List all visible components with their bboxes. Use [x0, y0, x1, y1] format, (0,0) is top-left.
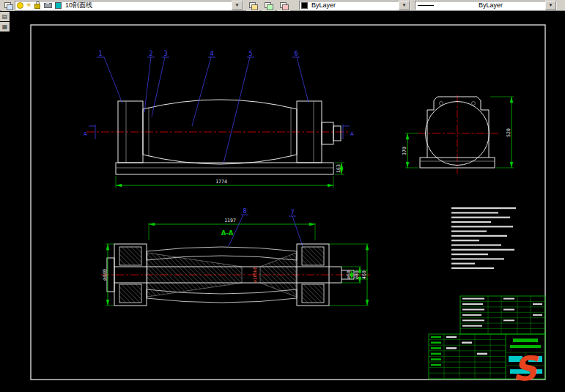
linetype-dropdown-arrow[interactable]: ▼	[545, 1, 556, 10]
layer-dropdown[interactable]: ☀ 10剖面线 ▼	[15, 1, 243, 10]
color-value: ByLayer	[309, 1, 338, 10]
dim-end-height: 520	[506, 128, 512, 137]
plot-icon[interactable]	[44, 3, 52, 8]
layer-previous-icon	[265, 2, 272, 9]
watermark-logo: S	[512, 349, 539, 388]
color-swatch	[301, 2, 308, 9]
dim-stub-dia-2: ∅80	[354, 270, 360, 279]
layer-states-button[interactable]	[277, 0, 290, 11]
dim-overall-length: 1774	[215, 179, 227, 185]
make-current-icon	[249, 2, 256, 9]
callout-8: 8	[243, 208, 246, 215]
part-callouts: 1 2 3 4 5 6	[97, 51, 309, 163]
linetype-value: ByLayer	[436, 1, 545, 10]
callout-7: 7	[290, 210, 294, 216]
callout-6: 6	[294, 51, 298, 57]
technical-requirements-block	[451, 207, 516, 269]
linetype-dropdown[interactable]: ByLayer ▼	[415, 1, 557, 10]
layers-properties-toolbar: ☀ 10剖面线 ▼ ByLayer ▼ ByLayer ▼	[0, 0, 565, 11]
layer-previous-button[interactable]	[262, 0, 275, 11]
dim-base-height: 163	[336, 164, 341, 173]
callout-3: 3	[163, 51, 167, 57]
callout-2: 2	[149, 51, 152, 57]
callout-5: 5	[248, 51, 252, 57]
lock-icon[interactable]	[34, 4, 40, 9]
make-object-layer-current-button[interactable]	[246, 0, 259, 11]
dim-end-width: 370	[402, 147, 407, 155]
side-toolbar-button-2[interactable]: ▦	[0, 22, 10, 32]
cut-label-right: A	[350, 131, 354, 137]
linetype-sample	[418, 5, 434, 6]
callout-1: 1	[98, 51, 102, 57]
dim-stub-dia-1: ∅60	[346, 270, 352, 279]
dim-hub-dia: ∅440	[102, 269, 108, 281]
dim-shaft-fit: ∅165k6	[252, 267, 257, 283]
sun-icon[interactable]: ☀	[26, 2, 32, 9]
lightbulb-icon[interactable]	[17, 2, 23, 9]
cut-label-left: A	[84, 131, 87, 137]
layer-name: 10剖面线	[63, 1, 95, 10]
end-view-dimensions: 520 370	[402, 97, 514, 168]
parts-list-table	[460, 296, 545, 334]
color-dropdown-arrow[interactable]: ▼	[399, 1, 410, 10]
view-end: 520 370	[402, 95, 514, 174]
layer-color-swatch[interactable]	[55, 2, 62, 9]
dim-shaft-ext-len: 460	[361, 270, 367, 279]
layers-icon	[4, 2, 12, 9]
top-view-dimensions: 1774 163	[116, 163, 344, 188]
layer-states-icon	[280, 2, 287, 9]
color-dropdown[interactable]: ByLayer ▼	[299, 1, 410, 10]
side-toolbar-button-1[interactable]: ▤	[0, 12, 10, 21]
view-side-elevation: A A 1 2 3 4 5 6	[84, 51, 354, 188]
view-section-aa: A-A 1197 8 7	[101, 208, 370, 306]
layer-dropdown-arrow[interactable]: ▼	[232, 1, 243, 10]
docked-side-toolbar: ▤ ▦	[0, 12, 9, 32]
layer-properties-manager-button[interactable]	[1, 0, 15, 11]
dim-section-length: 1197	[224, 218, 236, 223]
callout-4: 4	[210, 51, 213, 57]
drawing-canvas[interactable]: A A 1 2 3 4 5 6	[0, 0, 565, 392]
section-label: A-A	[221, 229, 234, 237]
